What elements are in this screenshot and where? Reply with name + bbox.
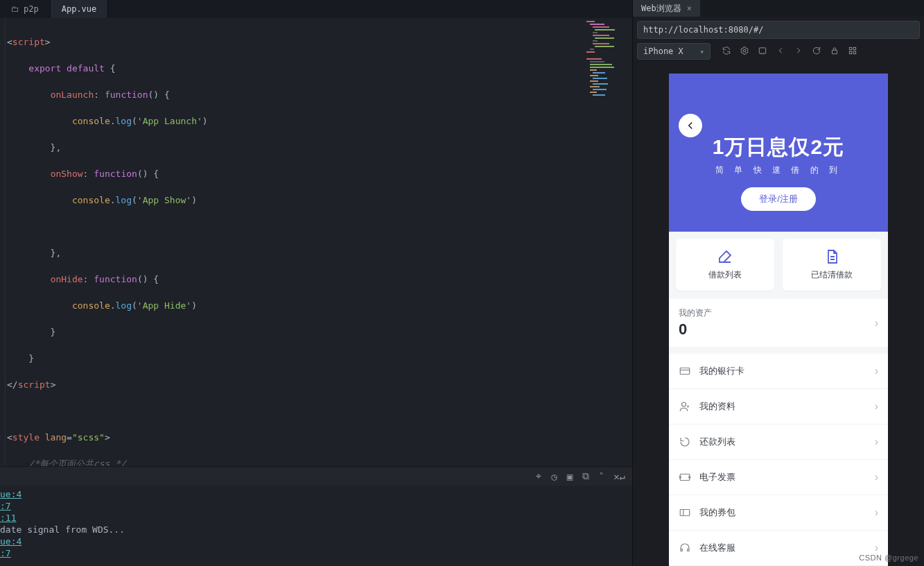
coupon-icon [679, 506, 691, 519]
svg-rect-3 [849, 47, 852, 50]
gutter [0, 18, 6, 466]
svg-rect-2 [832, 50, 837, 53]
console-link[interactable]: ue:4 [0, 536, 21, 547]
lock-icon[interactable] [830, 46, 839, 58]
menu-item-service[interactable]: 在线客服 › [669, 531, 888, 566]
card-icon [679, 365, 691, 377]
screenshot-icon[interactable] [758, 46, 767, 58]
refresh-icon[interactable] [722, 46, 731, 58]
url-input[interactable]: http://localhost:8080/#/ [637, 21, 920, 39]
browser-toolbar: iPhone X [633, 43, 924, 64]
hero-section: 1万日息仅2元 简 单 快 速 借 的 到 登录/注册 [669, 74, 888, 232]
device-viewport: 1万日息仅2元 简 单 快 速 借 的 到 登录/注册 借款列表 已结清借款 [633, 64, 924, 566]
card-label: 借款列表 [708, 270, 742, 280]
svg-rect-9 [680, 474, 690, 481]
tab-folder[interactable]: 🗀 p2p [0, 0, 51, 18]
card-settled[interactable]: 已结清借款 [783, 239, 881, 291]
console-text: date signal from WDS... [0, 524, 125, 535]
editor[interactable]: <script> export default { onLaunch: func… [0, 18, 632, 466]
hero-subtitle: 简 单 快 速 借 的 到 [669, 164, 888, 187]
asset-value: 0 [679, 320, 712, 338]
gear-icon[interactable] [740, 46, 749, 58]
device-select[interactable]: iPhone X [637, 43, 711, 60]
clear-icon[interactable]: ✕↵ [613, 471, 625, 482]
minimap[interactable] [586, 21, 629, 118]
card-label: 已结清借款 [811, 270, 853, 280]
menu-list: 我的银行卡 › 我的资料 › 还款列表 › 电 [669, 354, 888, 566]
back-button[interactable] [679, 114, 702, 137]
chevron-right-icon: › [875, 400, 878, 413]
menu-item-coupons[interactable]: 我的券包 › [669, 495, 888, 531]
chevron-right-icon: › [875, 436, 878, 448]
browser-tabs: Web浏览器 × [633, 0, 924, 17]
debug-icon[interactable]: ⌖ [536, 470, 541, 482]
chevron-right-icon: › [875, 542, 878, 554]
menu-label: 电子发票 [699, 471, 735, 483]
code-area[interactable]: <script> export default { onLaunch: func… [6, 18, 632, 466]
chevron-right-icon: › [875, 506, 878, 519]
watermark: CSDN @grgege [859, 554, 918, 562]
stop-icon[interactable]: ▣ [567, 471, 573, 482]
tab-folder-label: p2p [24, 4, 39, 14]
login-button[interactable]: 登录/注册 [741, 187, 816, 211]
editor-panel: 🗀 p2p App.vue <script> export default { … [0, 0, 632, 566]
browser-tab-label: Web浏览器 [641, 3, 681, 15]
menu-label: 还款列表 [699, 436, 735, 448]
menu-item-invoice[interactable]: 电子发票 › [669, 460, 888, 495]
menu-item-bankcard[interactable]: 我的银行卡 › [669, 354, 888, 389]
menu-label: 我的券包 [699, 506, 735, 519]
card-row: 借款列表 已结清借款 [669, 232, 888, 299]
console-output[interactable]: ue:4 :7 :11 date signal from WDS... ue:4… [0, 486, 632, 566]
console-toolbar: ⌖ ◷ ▣ ⧉ ˄ ✕↵ [0, 466, 632, 486]
app-screen[interactable]: 1万日息仅2元 简 单 快 速 借 的 到 登录/注册 借款列表 已结清借款 [669, 74, 888, 566]
svg-rect-12 [680, 510, 690, 516]
device-label: iPhone X [643, 46, 683, 56]
reload-icon[interactable] [812, 46, 821, 58]
user-icon [679, 400, 691, 413]
wallet-icon [679, 436, 691, 448]
tab-file[interactable]: App.vue [51, 0, 109, 18]
menu-label: 在线客服 [699, 542, 735, 554]
console-link[interactable]: :7 [0, 501, 11, 511]
edit-icon [717, 248, 733, 265]
svg-rect-4 [853, 47, 856, 50]
grid-icon[interactable] [848, 46, 857, 58]
document-icon [823, 248, 840, 265]
browser-tab[interactable]: Web浏览器 × [633, 0, 700, 17]
menu-item-repay[interactable]: 还款列表 › [669, 424, 888, 460]
console-link[interactable]: :11 [0, 513, 16, 523]
chevron-up-icon[interactable]: ˄ [599, 471, 604, 482]
folder-icon: 🗀 [11, 4, 19, 14]
svg-point-8 [682, 402, 686, 406]
popout-icon[interactable]: ⧉ [582, 470, 589, 482]
browser-panel: Web浏览器 × http://localhost:8080/#/ iPhone… [632, 0, 924, 566]
hero-title: 1万日息仅2元 [669, 105, 888, 164]
card-loan-list[interactable]: 借款列表 [676, 239, 774, 291]
console-link[interactable]: :7 [0, 548, 11, 558]
asset-row[interactable]: 我的资产 0 › [669, 299, 888, 347]
forward-icon[interactable] [794, 46, 803, 58]
back-icon[interactable] [776, 46, 785, 58]
headset-icon [679, 542, 691, 554]
svg-rect-5 [849, 51, 852, 54]
menu-item-profile[interactable]: 我的资料 › [669, 389, 888, 424]
console-link[interactable]: ue:4 [0, 489, 21, 499]
chevron-right-icon: › [875, 365, 878, 377]
menu-label: 我的资料 [699, 400, 735, 413]
tab-file-label: App.vue [62, 4, 97, 14]
svg-point-0 [743, 49, 746, 52]
svg-rect-1 [759, 47, 765, 53]
menu-label: 我的银行卡 [699, 365, 744, 377]
chevron-right-icon: › [875, 471, 878, 483]
chevron-right-icon: › [875, 317, 878, 329]
asset-title: 我的资产 [679, 307, 712, 319]
close-icon[interactable]: × [687, 3, 692, 13]
editor-tabs: 🗀 p2p App.vue [0, 0, 632, 18]
ticket-icon [679, 471, 691, 483]
svg-rect-6 [853, 51, 856, 54]
svg-rect-7 [680, 368, 690, 375]
run-icon[interactable]: ◷ [551, 471, 557, 482]
